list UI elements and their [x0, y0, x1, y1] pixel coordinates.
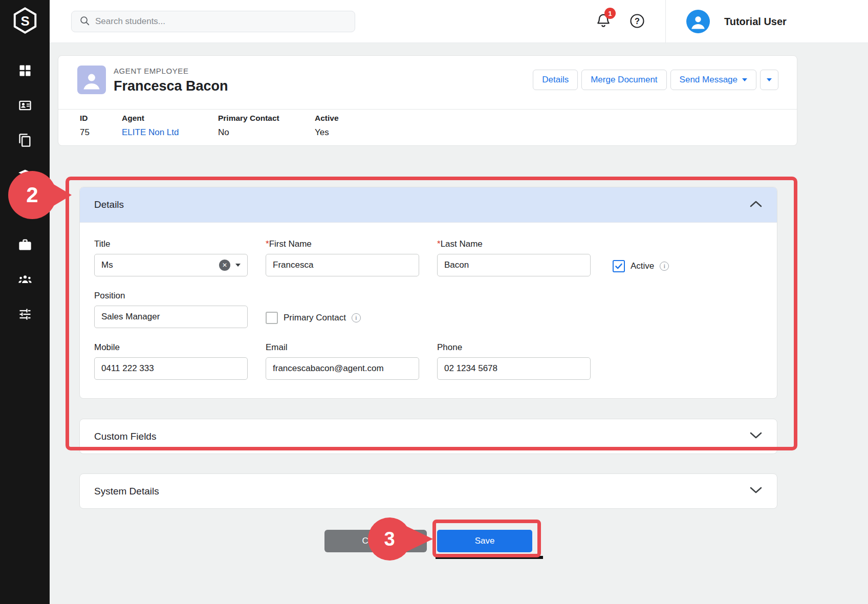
first-name-label: *First Name [266, 239, 419, 249]
sliders-icon [18, 307, 32, 323]
position-field-group: Position [94, 291, 248, 328]
svg-text:?: ? [635, 16, 640, 26]
custom-fields-panel-header[interactable]: Custom Fields [79, 419, 777, 454]
first-name-field-group: *First Name [266, 239, 419, 276]
annotation-step-3: 3 [368, 517, 411, 560]
active-field-group: Active i [613, 239, 763, 276]
user-name[interactable]: Tutorial User [724, 0, 787, 43]
info-value: 75 [80, 127, 90, 138]
required-mark: * [437, 239, 441, 249]
info-icon[interactable]: i [660, 262, 669, 271]
bell-icon [595, 21, 612, 30]
info-value: Yes [315, 127, 339, 138]
primary-contact-checkbox[interactable] [266, 312, 278, 324]
header-divider [665, 0, 666, 43]
email-input[interactable] [266, 357, 419, 380]
title-select[interactable]: Ms ✕ [94, 254, 248, 276]
mobile-label: Mobile [94, 342, 248, 353]
contact-card-icon [18, 98, 32, 115]
page-title: Francesca Bacon [114, 78, 228, 94]
info-primary-contact: Primary Contact No [218, 114, 279, 138]
copy-icon [18, 133, 32, 149]
email-label: Email [266, 342, 419, 353]
info-value: No [218, 127, 279, 138]
info-label: Primary Contact [218, 114, 279, 123]
chevron-down-icon[interactable] [749, 432, 763, 441]
annotation-step-2: 2 [8, 171, 56, 219]
notification-badge: 1 [604, 8, 616, 19]
agent-link[interactable]: ELITE Non Ltd [122, 127, 179, 138]
dashboard-icon [18, 63, 32, 80]
person-icon [689, 13, 707, 33]
sidebar: S [0, 0, 50, 604]
chevron-down-icon[interactable] [749, 486, 763, 496]
active-checkbox[interactable] [613, 260, 625, 272]
details-panel-body: Title Ms ✕ *First Name *La [80, 222, 777, 398]
app-logo[interactable]: S [0, 0, 50, 43]
primary-contact-label: Primary Contact [284, 313, 346, 323]
phone-field-group: Phone [437, 342, 591, 380]
info-id: ID 75 [80, 114, 90, 138]
mobile-input[interactable] [94, 357, 248, 380]
custom-fields-title: Custom Fields [94, 431, 156, 442]
phone-label: Phone [437, 342, 591, 353]
merge-document-button[interactable]: Merge Document [581, 70, 666, 90]
notifications-button[interactable]: 1 [595, 12, 616, 33]
position-label: Position [94, 291, 248, 301]
info-label: Active [315, 114, 339, 123]
details-panel-title: Details [94, 199, 124, 210]
info-icon[interactable]: i [352, 313, 361, 322]
active-label: Active [631, 261, 654, 271]
user-avatar[interactable] [686, 10, 710, 33]
chevron-up-icon[interactable] [749, 200, 763, 210]
info-agent: Agent ELITE Non Ltd [122, 114, 179, 138]
title-label: Title [94, 239, 248, 249]
annotation-arrow-3 [406, 526, 433, 552]
details-panel: Details Title Ms ✕ [79, 187, 777, 399]
save-button[interactable]: Save [437, 530, 532, 552]
card-divider [58, 109, 797, 110]
email-field-group: Email [266, 342, 419, 380]
first-name-input[interactable] [266, 254, 419, 276]
sidebar-item-agents[interactable] [18, 273, 32, 288]
position-input[interactable] [94, 306, 248, 328]
topbar: 1 ? Tutorial User [50, 0, 868, 43]
help-icon: ? [630, 21, 645, 30]
system-details-title: System Details [94, 486, 159, 497]
last-name-input[interactable] [437, 254, 591, 276]
info-label: Agent [122, 114, 179, 123]
search-input[interactable] [95, 16, 348, 27]
phone-input[interactable] [437, 357, 591, 380]
search-box[interactable] [71, 11, 355, 32]
system-details-panel-header[interactable]: System Details [79, 473, 777, 509]
title-field-group: Title Ms ✕ [94, 239, 248, 276]
clear-icon[interactable]: ✕ [219, 260, 230, 271]
search-icon [79, 15, 90, 28]
details-panel-header[interactable]: Details [80, 187, 777, 222]
help-button[interactable]: ? [630, 13, 645, 29]
sidebar-item-settings[interactable] [18, 308, 32, 322]
annotation-arrow-2 [50, 182, 72, 208]
grid-spacer [609, 342, 763, 380]
primary-contact-field-group: Primary Contact i [266, 291, 419, 328]
caret-down-icon[interactable] [235, 264, 241, 267]
last-name-field-group: *Last Name [437, 239, 591, 276]
svg-text:S: S [20, 14, 29, 28]
sidebar-item-dashboard[interactable] [18, 64, 32, 79]
send-message-button[interactable]: Send Message [670, 70, 756, 90]
grid-spacer [437, 291, 591, 328]
title-value: Ms [101, 260, 214, 270]
employee-type-label: AGENT EMPLOYEE [114, 67, 189, 75]
more-actions-button[interactable] [760, 70, 778, 90]
sidebar-item-jobs[interactable] [18, 239, 32, 253]
details-button[interactable]: Details [533, 70, 578, 90]
caret-down-icon [767, 78, 772, 81]
employee-actions: Details Merge Document Send Message [533, 70, 778, 90]
annotation-shadow-bar [436, 556, 543, 559]
mobile-field-group: Mobile [94, 342, 248, 380]
screen: S [0, 0, 868, 604]
grid-spacer [609, 291, 763, 328]
sidebar-item-contacts[interactable] [18, 99, 32, 114]
sidebar-item-documents[interactable] [18, 134, 32, 148]
form-area: Details Title Ms ✕ [79, 187, 777, 552]
